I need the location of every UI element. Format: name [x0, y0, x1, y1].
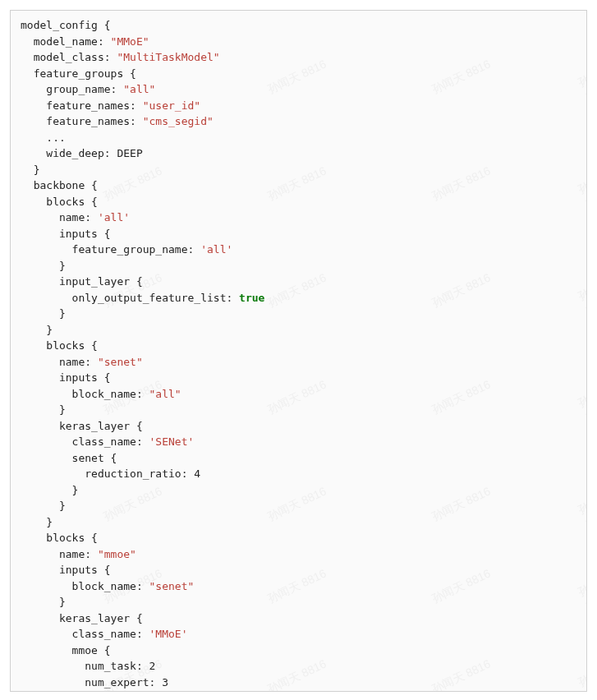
code-content: model_config { model_name: "MMoE" model_… [21, 17, 576, 692]
code-line: ... [21, 131, 66, 144]
code-line: inputs { [21, 371, 111, 384]
code-line: name: [21, 211, 98, 223]
code-line: num_expert: [21, 676, 162, 688]
code-line: } [21, 596, 66, 608]
string-literal: "MMoE" [111, 35, 149, 48]
code-line: model_name: [21, 35, 111, 48]
code-line: name: [21, 548, 98, 560]
watermark: 孙闻天 8816 [576, 65, 587, 122]
string-literal: "user_id" [143, 99, 200, 112]
watermark: 孙闻天 8816 [576, 385, 587, 443]
code-line: } [21, 260, 66, 272]
code-line: } [21, 403, 66, 416]
code-line: senet { [21, 452, 117, 464]
code-line: class_name: [21, 628, 149, 640]
watermark: 孙闻天 8816 [576, 574, 587, 632]
code-line: mmoe { [21, 644, 111, 656]
code-line: block_name: [21, 580, 149, 592]
watermark: 孙闻天 8816 [576, 492, 587, 550]
string-literal: "cms_segid" [143, 115, 214, 127]
string-literal: "all" [123, 83, 155, 95]
string-literal: 'MMoE' [149, 628, 188, 640]
string-literal: 'SENet' [149, 435, 195, 448]
string-literal: "senet" [149, 580, 195, 592]
code-line: name: [21, 356, 98, 368]
code-line: inputs { [21, 564, 111, 576]
code-line: keras_layer { [21, 420, 143, 432]
number-literal: 4 [194, 467, 200, 480]
code-line: } [21, 307, 66, 320]
keyword-literal: true [239, 292, 264, 304]
code-line: } [21, 163, 39, 176]
code-line: } [21, 484, 78, 496]
code-line: model_class: [21, 51, 117, 63]
code-line: feature_names: [21, 115, 143, 127]
config-code-block: model_config { model_name: "MMoE" model_… [10, 10, 587, 692]
code-line: } [21, 500, 66, 512]
string-literal: "MultiTaskModel" [117, 51, 219, 63]
code-line: only_output_feature_list: [21, 292, 239, 304]
watermark: 孙闻天 8816 [576, 665, 587, 692]
code-line: feature_group_name: [21, 243, 200, 256]
code-line: num_task: [21, 660, 149, 672]
code-line: input_layer { [21, 275, 143, 288]
code-line: } [21, 324, 53, 336]
watermark: 孙闻天 8816 [576, 172, 587, 229]
code-line: model_config { [21, 19, 111, 31]
code-line: wide_deep: DEEP [21, 147, 143, 159]
code-line: reduction_ratio: [21, 467, 194, 480]
code-line: group_name: [21, 83, 123, 95]
code-line: blocks { [21, 532, 98, 544]
string-literal: "mmoe" [98, 548, 136, 560]
code-line: feature_names: [21, 99, 143, 112]
string-literal: 'all' [200, 243, 232, 256]
string-literal: 'all' [98, 211, 130, 223]
number-literal: 2 [149, 660, 156, 672]
code-line: keras_layer { [21, 612, 143, 624]
code-line: blocks { [21, 339, 98, 352]
code-line: } [21, 516, 53, 528]
code-line: inputs { [21, 228, 111, 240]
watermark: 孙闻天 8816 [576, 279, 587, 336]
code-line: feature_groups { [21, 67, 136, 80]
string-literal: "all" [149, 388, 181, 400]
code-line: blocks { [21, 196, 98, 208]
code-line: block_name: [21, 388, 149, 400]
string-literal: "senet" [98, 356, 143, 368]
code-line: class_name: [21, 435, 149, 448]
code-line: backbone { [21, 179, 98, 191]
number-literal: 3 [162, 676, 168, 688]
